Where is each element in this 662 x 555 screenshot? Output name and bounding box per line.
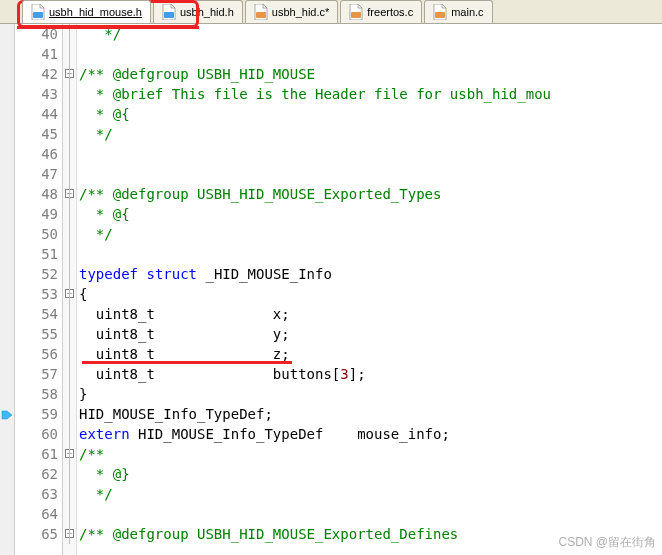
line-number: 51 — [15, 244, 58, 264]
bookmark-gutter — [0, 24, 15, 555]
line-number: 47 — [15, 164, 58, 184]
line-number: 44 — [15, 104, 58, 124]
line-number: 54 — [15, 304, 58, 324]
code-line[interactable]: * @{ — [79, 204, 662, 224]
line-number: 41 — [15, 44, 58, 64]
code-line[interactable]: uint8_t buttons[3]; — [79, 364, 662, 384]
tab-usbh-hid-c-[interactable]: usbh_hid.c* — [245, 0, 339, 23]
file-icon — [433, 4, 447, 20]
line-number: 58 — [15, 384, 58, 404]
tab-usbh-hid-mouse-h[interactable]: usbh_hid_mouse.h — [22, 0, 151, 23]
code-line[interactable]: /** @defgroup USBH_HID_MOUSE_Exported_De… — [79, 524, 662, 544]
code-line[interactable]: /** @defgroup USBH_HID_MOUSE — [79, 64, 662, 84]
code-line[interactable] — [79, 164, 662, 184]
line-number: 65 — [15, 524, 58, 544]
file-icon — [349, 4, 363, 20]
line-number: 59 — [15, 404, 58, 424]
line-number: 53 — [15, 284, 58, 304]
line-number: 46 — [15, 144, 58, 164]
tab-label: usbh_hid_mouse.h — [49, 6, 142, 18]
code-line[interactable]: * @brief This file is the Header file fo… — [79, 84, 662, 104]
code-line[interactable]: */ — [79, 24, 662, 44]
code-line[interactable]: */ — [79, 224, 662, 244]
svg-rect-2 — [256, 12, 266, 18]
code-line[interactable]: HID_MOUSE_Info_TypeDef; — [79, 404, 662, 424]
line-number: 62 — [15, 464, 58, 484]
line-number: 64 — [15, 504, 58, 524]
line-number: 61 — [15, 444, 58, 464]
code-line[interactable]: uint8_t x; — [79, 304, 662, 324]
tab-freertos-c[interactable]: freertos.c — [340, 0, 422, 23]
code-line[interactable] — [79, 504, 662, 524]
code-line[interactable] — [79, 144, 662, 164]
line-number: 55 — [15, 324, 58, 344]
svg-rect-4 — [435, 12, 445, 18]
tab-bar: usbh_hid_mouse.h usbh_hid.h usbh_hid.c* … — [0, 0, 662, 24]
line-number: 50 — [15, 224, 58, 244]
code-line[interactable]: /** @defgroup USBH_HID_MOUSE_Exported_Ty… — [79, 184, 662, 204]
line-number: 42 — [15, 64, 58, 84]
line-number: 40 — [15, 24, 58, 44]
line-number: 60 — [15, 424, 58, 444]
code-line[interactable]: * @{ — [79, 104, 662, 124]
code-editor: 4041424344454647484950515253545556575859… — [0, 24, 662, 555]
line-number-gutter: 4041424344454647484950515253545556575859… — [15, 24, 63, 555]
code-line[interactable]: uint8_t z; — [79, 344, 662, 364]
tab-label: main.c — [451, 6, 483, 18]
code-line[interactable]: /** — [79, 444, 662, 464]
svg-rect-3 — [351, 12, 361, 18]
line-number: 63 — [15, 484, 58, 504]
line-number: 56 — [15, 344, 58, 364]
line-number: 57 — [15, 364, 58, 384]
code-line[interactable]: } — [79, 384, 662, 404]
tab-label: usbh_hid.c* — [272, 6, 330, 18]
code-line[interactable]: typedef struct _HID_MOUSE_Info — [79, 264, 662, 284]
code-line[interactable] — [79, 44, 662, 64]
code-line[interactable]: uint8_t y; — [79, 324, 662, 344]
code-line[interactable] — [79, 244, 662, 264]
line-number: 45 — [15, 124, 58, 144]
code-line[interactable]: { — [79, 284, 662, 304]
tab-usbh-hid-h[interactable]: usbh_hid.h — [153, 0, 243, 23]
file-icon — [162, 4, 176, 20]
file-icon — [254, 4, 268, 20]
line-number: 48 — [15, 184, 58, 204]
code-line[interactable]: */ — [79, 484, 662, 504]
file-icon — [31, 4, 45, 20]
code-line[interactable]: */ — [79, 124, 662, 144]
line-number: 43 — [15, 84, 58, 104]
code-area[interactable]: *//** @defgroup USBH_HID_MOUSE * @brief … — [77, 24, 662, 555]
line-number: 52 — [15, 264, 58, 284]
tab-main-c[interactable]: main.c — [424, 0, 492, 23]
svg-rect-0 — [33, 12, 43, 18]
code-line[interactable]: extern HID_MOUSE_Info_TypeDef mouse_info… — [79, 424, 662, 444]
line-number: 49 — [15, 204, 58, 224]
fold-gutter: −−−−− — [63, 24, 77, 555]
tab-label: freertos.c — [367, 6, 413, 18]
svg-rect-1 — [164, 12, 174, 18]
tab-label: usbh_hid.h — [180, 6, 234, 18]
code-line[interactable]: * @} — [79, 464, 662, 484]
bookmark-pointer-icon[interactable] — [1, 408, 13, 420]
